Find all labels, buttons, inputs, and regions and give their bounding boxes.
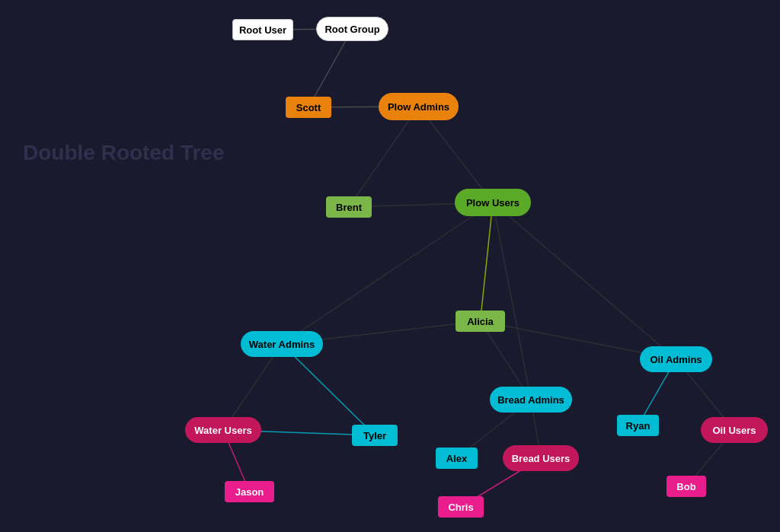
edges-layer <box>0 0 780 532</box>
node-ryan[interactable]: Ryan <box>617 415 659 436</box>
node-rootUser[interactable]: Root User <box>232 19 293 40</box>
node-alex[interactable]: Alex <box>436 448 478 469</box>
node-plowUsers[interactable]: Plow Users <box>455 189 531 216</box>
graph-container: Double Rooted Tree Root UserRoot GroupSc… <box>0 0 780 532</box>
node-alicia[interactable]: Alicia <box>456 311 505 332</box>
svg-line-13 <box>282 344 375 435</box>
node-scott[interactable]: Scott <box>286 97 331 118</box>
svg-line-9 <box>493 202 676 359</box>
node-oilAdmins[interactable]: Oil Admins <box>640 346 712 372</box>
background-overlay <box>0 0 780 532</box>
node-waterAdmins[interactable]: Water Admins <box>241 331 323 357</box>
page-title: Double Rooted Tree <box>23 141 224 165</box>
node-breadAdmins[interactable]: Bread Admins <box>490 387 572 413</box>
node-brent[interactable]: Brent <box>326 196 372 218</box>
node-bob[interactable]: Bob <box>667 476 706 497</box>
node-breadUsers[interactable]: Bread Users <box>503 445 579 471</box>
node-tyler[interactable]: Tyler <box>352 425 398 446</box>
svg-line-3 <box>349 107 419 207</box>
svg-line-8 <box>493 202 531 400</box>
node-waterUsers[interactable]: Water Users <box>185 417 261 443</box>
node-plowAdmins[interactable]: Plow Admins <box>379 93 459 120</box>
node-jason[interactable]: Jason <box>225 481 274 502</box>
node-chris[interactable]: Chris <box>438 496 484 518</box>
node-oilUsers[interactable]: Oil Users <box>701 417 768 443</box>
node-rootGroup[interactable]: Root Group <box>316 17 388 41</box>
svg-line-6 <box>481 202 494 321</box>
